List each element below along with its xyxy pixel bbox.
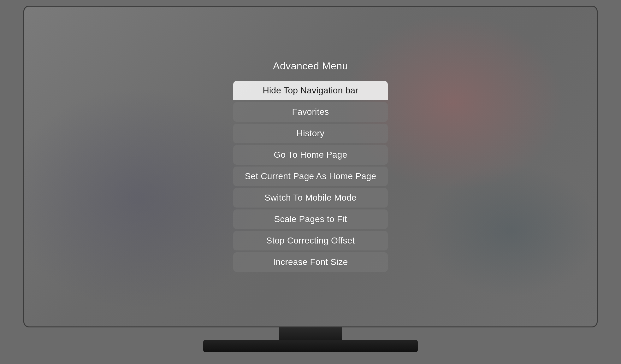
menu-item-scale-pages[interactable]: Scale Pages to Fit [233, 209, 388, 229]
menu-item-mobile-mode[interactable]: Switch To Mobile Mode [233, 188, 388, 208]
tv-outer: Advanced Menu Hide Top Navigation barFav… [0, 0, 621, 364]
menu-item-set-home[interactable]: Set Current Page As Home Page [233, 167, 388, 186]
tv-stand-neck [279, 327, 342, 340]
tv-screen: Advanced Menu Hide Top Navigation barFav… [23, 6, 598, 327]
menu-item-hide-top-nav[interactable]: Hide Top Navigation bar [233, 81, 388, 100]
menu-item-stop-offset[interactable]: Stop Correcting Offset [233, 231, 388, 250]
menu-item-go-to-home[interactable]: Go To Home Page [233, 145, 388, 165]
menu-title: Advanced Menu [273, 60, 348, 72]
menu-items-container: Hide Top Navigation barFavoritesHistoryG… [233, 81, 388, 273]
menu-item-font-size[interactable]: Increase Font Size [233, 252, 388, 272]
tv-stand-base [203, 340, 418, 352]
menu-container: Advanced Menu Hide Top Navigation barFav… [233, 60, 388, 273]
menu-item-history[interactable]: History [233, 124, 388, 143]
menu-item-favorites[interactable]: Favorites [233, 102, 388, 122]
